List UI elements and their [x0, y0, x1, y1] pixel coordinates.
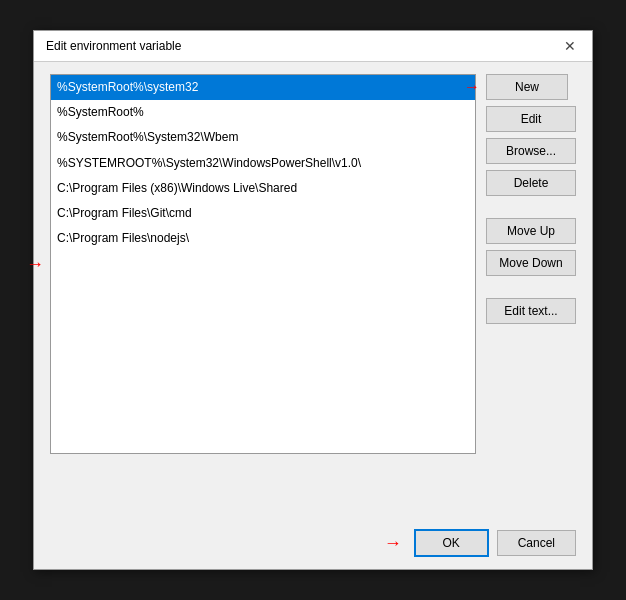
list-area: → %SystemRoot%\system32 %SystemRoot% %Sy… [50, 74, 476, 507]
title-bar: Edit environment variable ✕ [34, 31, 592, 62]
list-item[interactable]: %SystemRoot% [51, 100, 475, 125]
new-button[interactable]: New [486, 74, 568, 100]
list-item-empty[interactable] [51, 302, 475, 327]
list-item-empty[interactable] [51, 327, 475, 352]
new-button-wrapper: → New [486, 74, 576, 100]
env-list[interactable]: %SystemRoot%\system32 %SystemRoot% %Syst… [50, 74, 476, 454]
list-item-empty[interactable] [51, 277, 475, 302]
list-item[interactable]: %SYSTEMROOT%\System32\WindowsPowerShell\… [51, 151, 475, 176]
bottom-area: → OK Cancel [50, 521, 576, 557]
list-arrow-indicator: → [26, 254, 44, 275]
list-item-empty[interactable] [51, 251, 475, 276]
list-item-empty[interactable] [51, 402, 475, 427]
edit-button[interactable]: Edit [486, 106, 576, 132]
ok-arrow-indicator: → [384, 533, 402, 554]
edit-text-button[interactable]: Edit text... [486, 298, 576, 324]
list-item[interactable]: C:\Program Files\nodejs\ [51, 226, 475, 251]
dialog-title: Edit environment variable [46, 39, 181, 53]
close-button[interactable]: ✕ [560, 39, 580, 53]
spacer [486, 282, 576, 292]
edit-env-dialog: Edit environment variable ✕ → %SystemRoo… [33, 30, 593, 570]
list-item[interactable]: %SystemRoot%\System32\Wbem [51, 125, 475, 150]
browse-button[interactable]: Browse... [486, 138, 576, 164]
cancel-button[interactable]: Cancel [497, 530, 576, 556]
list-item-empty[interactable] [51, 352, 475, 377]
main-area: → %SystemRoot%\system32 %SystemRoot% %Sy… [50, 74, 576, 507]
ok-button[interactable]: OK [414, 529, 489, 557]
move-down-button[interactable]: Move Down [486, 250, 576, 276]
list-item[interactable]: C:\Program Files\Git\cmd [51, 201, 475, 226]
list-item-empty[interactable] [51, 377, 475, 402]
new-arrow-indicator: → [464, 78, 480, 96]
move-up-button[interactable]: Move Up [486, 218, 576, 244]
list-item[interactable]: %SystemRoot%\system32 [51, 75, 475, 100]
list-item-empty[interactable] [51, 428, 475, 453]
dialog-content: → %SystemRoot%\system32 %SystemRoot% %Sy… [34, 62, 592, 569]
side-buttons: → New Edit Browse... Delete Move Up Move… [486, 74, 576, 507]
delete-button[interactable]: Delete [486, 170, 576, 196]
spacer [486, 202, 576, 212]
list-item[interactable]: C:\Program Files (x86)\Windows Live\Shar… [51, 176, 475, 201]
